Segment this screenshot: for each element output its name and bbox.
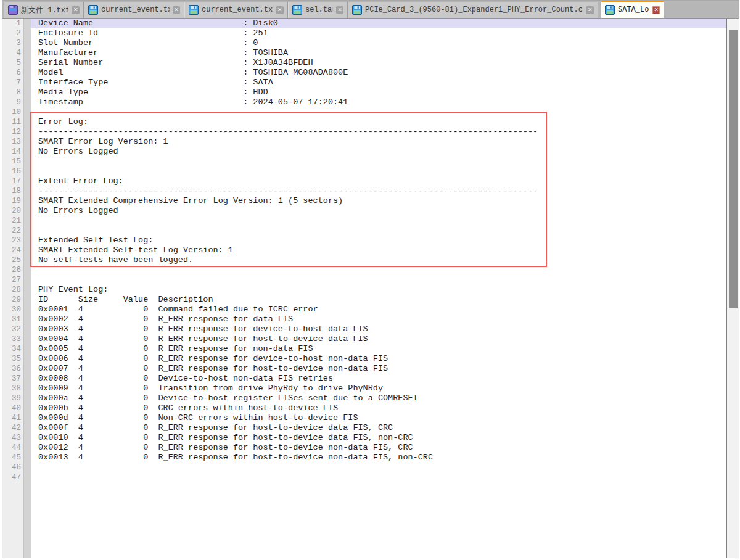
floppy-icon — [292, 5, 302, 15]
floppy-icon — [88, 5, 98, 15]
tab-1[interactable]: current_event.txt✕ — [84, 2, 184, 18]
floppy-icon — [605, 5, 615, 15]
tab-close-icon[interactable]: ✕ — [652, 6, 660, 14]
vertical-scrollbar-thumb[interactable] — [729, 30, 738, 308]
tab-2[interactable]: current_event.txt✕ — [184, 2, 288, 18]
tab-close-icon[interactable]: ✕ — [72, 6, 80, 14]
tab-3[interactable]: sel.tar✕ — [288, 2, 348, 18]
tab-close-icon[interactable]: ✕ — [336, 6, 343, 14]
tab-4[interactable]: PCIe_Card_3_(9560-8i)_Expander1_PHY_Erro… — [348, 2, 598, 18]
floppy-icon — [8, 5, 18, 15]
tab-label: 新文件 1.txt — [21, 5, 68, 15]
editor-text[interactable]: Device Name : Disk0 Enclosure Id : 251 S… — [38, 19, 538, 472]
floppy-icon — [352, 5, 362, 15]
tab-5[interactable]: SATA_Log✕ — [601, 0, 664, 18]
tab-bar: 新文件 1.txt✕current_event.txt✕current_even… — [2, 1, 739, 19]
editor-window: 新文件 1.txt✕current_event.txt✕current_even… — [2, 0, 739, 558]
line-numbers: 1 2 3 4 5 6 7 8 9 10 11 12 13 14 15 16 1… — [2, 19, 21, 482]
floppy-icon — [189, 5, 199, 15]
tab-label: current_event.txt — [101, 6, 170, 14]
tab-label: PCIe_Card_3_(9560-8i)_Expander1_PHY_Erro… — [365, 6, 583, 14]
vertical-scrollbar[interactable] — [726, 19, 739, 558]
editor-area: 1 2 3 4 5 6 7 8 9 10 11 12 13 14 15 16 1… — [2, 19, 739, 558]
tab-label: current_event.txt — [202, 6, 273, 14]
tab-close-icon[interactable]: ✕ — [586, 6, 594, 14]
tab-label: sel.tar — [305, 6, 333, 14]
tab-close-icon[interactable]: ✕ — [276, 6, 284, 14]
tab-0[interactable]: 新文件 1.txt✕ — [4, 2, 84, 18]
tab-label: SATA_Log — [618, 6, 649, 14]
fold-margin — [23, 19, 31, 558]
tab-close-icon[interactable]: ✕ — [173, 6, 180, 14]
